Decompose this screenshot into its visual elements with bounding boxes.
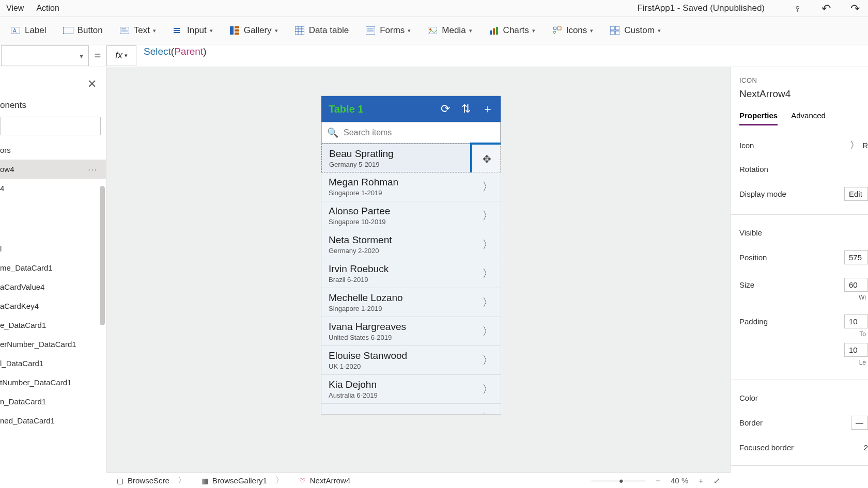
chevron-right-icon[interactable]: 〉 [482,295,493,310]
property-dropdown[interactable]: ▾ [1,45,89,66]
chevron-right-icon[interactable]: 〉 [482,353,493,368]
add-icon[interactable]: ＋ [482,101,493,117]
gallery-icon: ▥ [202,477,208,485]
prop-displaymode-label: Display mode [739,190,844,198]
menu-view[interactable]: View [6,4,24,13]
svg-rect-25 [496,27,498,35]
prop-padding-left[interactable]: 10 [844,343,868,357]
fx-button[interactable]: fx▾ [106,45,136,66]
zoom-out-icon[interactable]: − [656,476,660,485]
insert-label[interactable]: ALabel [2,17,55,44]
formula-input[interactable]: Select(Parent) [136,45,868,66]
chevron-right-icon[interactable]: 〉 [482,324,493,339]
ribbon-label-text: Label [25,25,47,36]
tree-item[interactable]: ors [0,140,106,160]
tab-properties[interactable]: Properties [739,111,778,125]
insert-input[interactable]: Input▾ [164,17,221,44]
svg-rect-12 [235,33,239,35]
tree-item[interactable]: ned_DataCard1 [0,411,106,430]
search-input[interactable] [344,128,495,137]
undo-icon[interactable]: ↶ [822,2,831,15]
gallery-item-title: Kia Dejohn [329,379,482,390]
prop-position-x[interactable]: 575 [844,250,868,264]
breadcrumb-label: BrowseGallery1 [212,476,267,485]
insert-datatable[interactable]: Data table [286,17,358,44]
gallery-item-subtitle: United States 6-2019 [329,334,482,341]
prop-size-sub: Wi [859,294,866,301]
selected-nextarrow-icon[interactable]: ✥ [470,143,501,176]
tree-item[interactable]: aCardValue4 [0,277,106,296]
gallery-item-title: Alonso Partee [329,206,482,217]
prop-displaymode-value[interactable]: Edit [844,187,868,201]
chevron-right-icon[interactable]: 〉 [482,411,493,415]
breadcrumb-gallery[interactable]: ▥BrowseGallery1〉 [202,475,284,486]
zoom-in-icon[interactable]: + [699,476,703,485]
close-icon[interactable]: ✕ [87,77,97,91]
breadcrumb-screen[interactable]: ▢BrowseScre〉 [117,475,186,486]
gallery-item[interactable]: Neta StormentGermany 2-2020〉 [321,230,501,259]
insert-charts[interactable]: Charts▾ [481,17,544,44]
insert-custom[interactable]: Custom▾ [601,17,669,44]
redo-icon[interactable]: ↷ [850,2,860,15]
gallery-item[interactable]: Mechelle LozanoSingapore 1-2019〉 [321,288,501,317]
svg-rect-29 [610,26,614,30]
tab-advanced[interactable]: Advanced [791,111,826,125]
prop-padding-top[interactable]: 10 [844,314,868,328]
ribbon-charts-text: Charts [503,25,529,36]
tree-item-selected[interactable]: ow4··· [0,160,106,179]
tree-item[interactable]: 4 [0,179,106,198]
app-checker-icon[interactable]: ♀ [794,2,802,15]
gallery-item[interactable]: Irvin RoebuckBrazil 6-2019〉 [321,259,501,288]
insert-button[interactable]: Button [55,17,111,44]
insert-gallery[interactable]: Gallery▾ [221,17,286,44]
tree-item[interactable]: aCardKey4 [0,296,106,316]
more-icon[interactable]: ··· [88,165,98,174]
control-type-label: ICON [739,76,868,84]
prop-size-w[interactable]: 60 [844,278,868,292]
app-header-title: Table 1 [329,103,429,115]
tree-item[interactable]: l [0,239,106,258]
phone-preview: Table 1 ⟳ ⇅ ＋ 🔍 Beau SpratlingGermany 5-… [321,96,501,414]
menu-action[interactable]: Action [36,4,59,13]
tree-item[interactable]: tNumber_DataCard1 [0,373,106,392]
gallery-item[interactable]: Elouise StanwoodUK 1-2020〉 [321,346,501,375]
search-box[interactable]: 🔍 [321,122,501,144]
chevron-right-icon[interactable]: 〉 [482,179,493,195]
prop-icon-value[interactable]: R [862,141,868,150]
gallery-item[interactable]: Alonso ParteeSingapore 10-2019〉 [321,201,501,230]
tree-item[interactable]: l_DataCard1 [0,354,106,373]
canvas[interactable]: Table 1 ⟳ ⇅ ＋ 🔍 Beau SpratlingGermany 5-… [106,67,731,473]
scrollbar-thumb[interactable] [100,186,105,325]
tree-search-input[interactable] [0,117,101,135]
tree-section-components[interactable]: onents [0,96,106,117]
chevron-right-icon[interactable]: 〉 [482,382,493,397]
sort-icon[interactable]: ⇅ [461,102,471,116]
zoom-slider[interactable]: ─────●──── [592,476,646,485]
insert-text[interactable]: Text▾ [111,17,164,44]
tree-item[interactable]: me_DataCard1 [0,258,106,277]
fit-icon[interactable]: ⤢ [714,476,720,485]
prop-border-value[interactable]: — [851,416,868,430]
chevron-right-icon[interactable]: 〉 [482,208,493,224]
chevron-right-icon[interactable]: 〉 [482,266,493,281]
refresh-icon[interactable]: ⟳ [441,102,450,116]
insert-icons[interactable]: Icons▾ [544,17,602,44]
tree-item[interactable]: e_DataCard1 [0,316,106,335]
chevron-right-icon[interactable]: 〉 [482,237,493,253]
gallery-item[interactable]: Beau SpratlingGermany 5-2019✥ [321,144,501,172]
chevron-down-icon: ▾ [153,27,156,34]
gallery-item[interactable]: Ivana HargreavesUnited States 6-2019〉 [321,317,501,346]
formula-fn: Select [144,46,171,57]
tree-item[interactable]: erNumber_DataCard1 [0,335,106,354]
tree-item[interactable]: n_DataCard1 [0,392,106,411]
breadcrumb-control[interactable]: ♡NextArrow4 [299,476,350,485]
prop-focusedborder-value[interactable]: 2 [864,443,868,452]
gallery-item[interactable]: Tamica Trickett〉 [321,404,501,414]
gallery-item-subtitle: Brazil 6-2019 [329,276,482,284]
move-handle-icon[interactable]: ✥ [483,153,491,165]
icon-icon: ♡ [299,477,306,485]
gallery-item[interactable]: Megan RohmanSingapore 1-2019〉 [321,172,501,201]
insert-forms[interactable]: Forms▾ [357,17,419,44]
gallery-item[interactable]: Kia DejohnAustralia 6-2019〉 [321,375,501,404]
insert-media[interactable]: Media▾ [419,17,480,44]
